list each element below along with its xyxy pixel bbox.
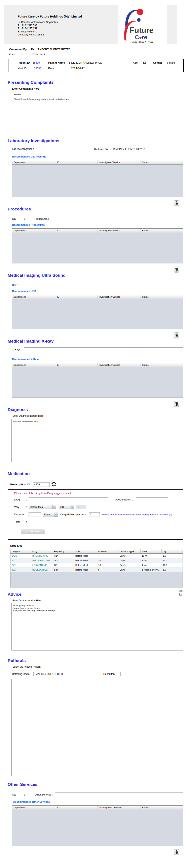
advice-header-row: Advice bbox=[8, 590, 183, 597]
procedures-qty-row: Qty : Procedures : bbox=[12, 217, 187, 221]
xray-table: Department ID Investigation/Service Stat… bbox=[12, 363, 183, 398]
referred-by-value: HANECKY FUENTE REYES bbox=[112, 148, 145, 151]
patient-info-box: Patient ID:8339 Patient Name:DERECK ANDR… bbox=[8, 59, 184, 72]
drug-col-way: Way bbox=[74, 549, 97, 553]
uss-trash-row bbox=[0, 333, 179, 338]
company-number: Company No.8417652-2 bbox=[18, 33, 104, 36]
xray-delete-button[interactable] bbox=[174, 401, 179, 407]
company-info: Future Care by Future Holdings (Pty) Lim… bbox=[18, 15, 104, 36]
drug-suggestion-hint: Please select the Drug from Drug suggess… bbox=[14, 492, 183, 495]
lab-col-department: Department bbox=[12, 160, 56, 164]
complaints-textarea[interactable]: Review Chest X ray- inflammatory lesions… bbox=[12, 92, 183, 130]
other-services-table: Department ID Investigation / Service St… bbox=[12, 805, 183, 846]
drug-cell: Day/s bbox=[118, 558, 141, 563]
add-drug-button[interactable]: + Add Drug bbox=[21, 529, 45, 534]
drug-row[interactable]: 1421BROMHEXINETIDBefore Meal4Day/s10 ml1… bbox=[10, 554, 183, 558]
drug-cell: LORATADINE bbox=[31, 563, 53, 567]
svg-text:Future: Future bbox=[130, 26, 153, 34]
way-select[interactable]: Before Meal▼ bbox=[29, 505, 56, 509]
diagnosis-label: Enter Diagnosis Details Here bbox=[12, 414, 187, 417]
per-meal-input[interactable] bbox=[89, 512, 100, 517]
drug-cell: Before Meal bbox=[74, 554, 97, 558]
other-delete-button[interactable] bbox=[174, 849, 179, 855]
diagnosis-textarea[interactable]: Impress acute bronchitis bbox=[11, 419, 183, 462]
referral-inputs-row: Reffering Doctor Consultant bbox=[12, 672, 187, 676]
procedures-input[interactable] bbox=[51, 217, 183, 221]
uss-table-body bbox=[12, 299, 183, 329]
uss-delete-button[interactable] bbox=[174, 333, 179, 338]
drug-cell: Before Meal bbox=[74, 558, 97, 563]
uss-col-status: Status bbox=[141, 295, 183, 299]
referral-details-box[interactable] bbox=[11, 679, 183, 776]
drug-cell: Day/s bbox=[118, 554, 141, 558]
drug-cell: 1421 bbox=[10, 554, 31, 558]
other-services-input[interactable] bbox=[55, 793, 183, 797]
uss-input[interactable] bbox=[21, 283, 183, 287]
total-input[interactable] bbox=[29, 520, 58, 524]
drug-list-label: Drug List bbox=[10, 544, 187, 547]
medication-entry-box: Please select the Drug from Drug suggess… bbox=[8, 489, 183, 540]
drug-cell: 1.0 bbox=[162, 554, 183, 558]
procedures-qty-input[interactable] bbox=[19, 217, 29, 221]
consult-date-label: Date bbox=[9, 53, 28, 56]
advice-textarea[interactable]: Drink plenty of water Tea of honey ginge… bbox=[11, 603, 183, 651]
xray-input[interactable] bbox=[24, 347, 183, 352]
recommended-procedures-label: Recommended Procedures bbox=[12, 223, 187, 226]
procedures-delete-button[interactable] bbox=[174, 267, 179, 273]
complaints-label: Enter Complaints Here bbox=[12, 87, 187, 90]
lab-table-header: Department ID Investigation/Service Stat… bbox=[12, 160, 183, 164]
drug-cell: BROMHEXINE bbox=[31, 554, 53, 558]
referred-by-label: Reffered By : bbox=[94, 148, 109, 151]
special-notes-input[interactable] bbox=[136, 497, 168, 502]
consulted-by-row: Consulted By:Dr. HANECKY FUENTE REYES bbox=[9, 48, 187, 51]
drug-label: Drug bbox=[14, 498, 26, 501]
prescription-refresh-button[interactable] bbox=[51, 482, 57, 487]
chevron-down-icon: ▼ bbox=[71, 505, 74, 509]
drug-row[interactable]: 80AMITRIPTYLINEODBefore Meal10Day/s1 tab… bbox=[10, 558, 183, 563]
lab-investigation-input[interactable] bbox=[36, 147, 81, 151]
lab-delete-button[interactable] bbox=[174, 200, 179, 206]
drug-cell: Before Meal bbox=[74, 567, 97, 572]
age-value: 52 bbox=[143, 61, 146, 64]
prescription-id-input[interactable] bbox=[33, 482, 50, 487]
consulted-by-label: Consulted By bbox=[9, 48, 28, 51]
drug-cell: 1 tab bbox=[141, 563, 161, 567]
other-qty-input[interactable] bbox=[19, 792, 29, 797]
drug-list-table: Drug ID Drug Fequency Way Duration Durat… bbox=[10, 549, 183, 587]
xray-table-body bbox=[12, 367, 183, 398]
consult-date-row: Date:2024-10-17 bbox=[9, 53, 187, 56]
duration-unit-select[interactable]: Day/s▼ bbox=[43, 512, 58, 517]
uss-col-id: ID bbox=[56, 295, 98, 299]
lab-col-investigation: Investigation/Service bbox=[98, 160, 141, 164]
company-address: Le Chainter,Victoria,Mahe,Seychelles bbox=[18, 21, 104, 24]
total-label: Total bbox=[14, 521, 26, 523]
xray-label: X-Rays : bbox=[12, 348, 22, 351]
consultant-input[interactable] bbox=[120, 672, 178, 676]
drug-cell: OD bbox=[53, 563, 74, 567]
frequency-select[interactable]: OD▼ bbox=[59, 505, 74, 509]
drug-cell: 10.0 bbox=[162, 563, 183, 567]
fraction-note: Please add as decimal numbers when addin… bbox=[102, 513, 174, 516]
consultation-page: Future Care by Future Holdings (Pty) Lim… bbox=[0, 5, 187, 868]
special-notes-label: Special Notes : bbox=[115, 498, 133, 501]
xray-col-investigation: Investigation/Service bbox=[98, 363, 141, 367]
other-col-department: Department bbox=[12, 806, 56, 810]
recommended-other-label: Recommended Other Services bbox=[13, 801, 187, 803]
drug-cell: 1 tab bbox=[141, 558, 161, 563]
age-label: Age bbox=[133, 61, 141, 64]
xray-row: X-Rays : bbox=[12, 347, 187, 352]
visit-date-label: Date bbox=[48, 67, 69, 70]
advice-title: Advice bbox=[8, 592, 22, 597]
duration-row: Duration : Day/s▼ Drugs/Tablets per meal… bbox=[14, 512, 183, 517]
drug-row[interactable]: 247LORATADINEODBefore Meal10Day/s1 tab10… bbox=[10, 563, 183, 567]
consult-date-value: 2024-10-17 bbox=[31, 53, 45, 56]
procedures-col-investigation: Investigation/Service bbox=[98, 228, 141, 232]
referring-doctor-input[interactable] bbox=[33, 672, 86, 676]
procedures-trash-row bbox=[0, 267, 179, 273]
refresh-icon bbox=[51, 482, 57, 487]
drug-input[interactable] bbox=[29, 497, 108, 502]
procedures-qty-label: Qty : bbox=[12, 217, 17, 220]
drug-list-delete-button[interactable] bbox=[178, 590, 183, 596]
drug-row[interactable]: 402BUDESONIDEBIDBefore Meal5Day/s1 respu… bbox=[10, 567, 183, 572]
duration-input[interactable] bbox=[29, 512, 41, 517]
